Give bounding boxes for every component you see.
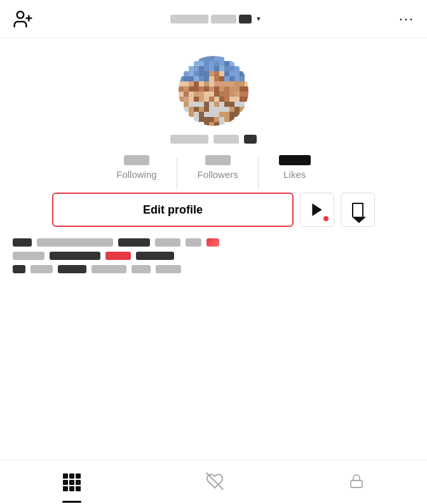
favorites-nav-item[interactable]: [193, 467, 236, 498]
following-count: [124, 155, 149, 165]
svg-rect-4: [351, 480, 362, 487]
following-stat[interactable]: Following: [96, 155, 177, 180]
following-label: Following: [116, 169, 156, 180]
followers-stat[interactable]: Followers: [177, 155, 259, 180]
bio-section: [0, 238, 427, 278]
add-user-button[interactable]: [13, 9, 33, 29]
username-text-2: [211, 15, 236, 24]
likes-stat[interactable]: Likes: [259, 155, 331, 180]
profile-section: Following Followers Likes Edit profile: [0, 38, 427, 289]
bio-line-2: [13, 252, 414, 260]
private-nav-item[interactable]: [336, 468, 377, 496]
grid-nav-item[interactable]: [50, 468, 93, 496]
likes-label: Likes: [283, 169, 306, 180]
username-text: [170, 15, 208, 24]
bio-line-1: [13, 238, 414, 247]
edit-profile-button[interactable]: Edit profile: [52, 193, 294, 227]
likes-count: [279, 155, 311, 165]
name-block-1: [170, 135, 208, 144]
more-options-button[interactable]: ···: [399, 11, 414, 27]
bookmark-button[interactable]: [341, 193, 375, 227]
name-block-3: [244, 135, 257, 144]
heart-slash-icon: [206, 472, 224, 493]
bottom-navigation: [0, 460, 427, 504]
username-dropdown[interactable]: ▼: [170, 15, 262, 24]
name-block-2: [214, 135, 239, 144]
followers-count: [205, 155, 231, 165]
bookmark-icon: [352, 203, 363, 217]
lock-icon: [349, 473, 364, 491]
notification-dot: [323, 216, 329, 221]
grid-icon: [63, 473, 81, 491]
action-row: Edit profile: [0, 193, 427, 227]
followers-label: Followers: [198, 169, 238, 180]
svg-point-0: [17, 11, 24, 18]
top-navigation: ▼ ···: [0, 0, 427, 38]
dropdown-arrow-icon: ▼: [255, 15, 262, 22]
stats-row: Following Followers Likes: [0, 155, 427, 180]
display-name: [170, 135, 257, 144]
video-button[interactable]: [300, 193, 334, 227]
avatar: [179, 56, 248, 126]
username-text-3: [239, 15, 252, 24]
play-icon: [310, 203, 324, 217]
bio-line-3: [13, 265, 414, 273]
